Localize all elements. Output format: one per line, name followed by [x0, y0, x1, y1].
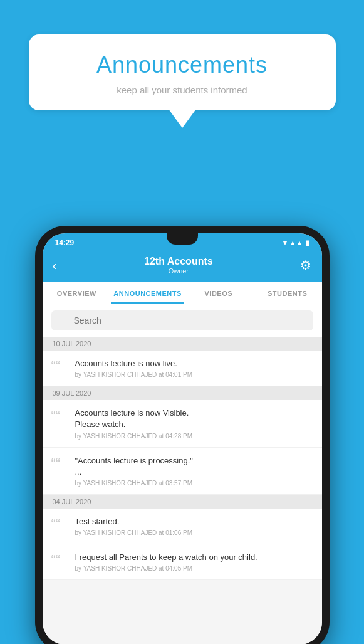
announcement-meta: by YASH KISHOR CHHAJED at 01:06 PM: [75, 529, 313, 536]
tab-students[interactable]: STUDENTS: [253, 282, 322, 304]
app-bar-title: 12th Accounts: [144, 256, 213, 267]
announcement-item: ““Test started.by YASH KISHOR CHHAJED at…: [43, 509, 322, 544]
search-container: 🔍: [43, 304, 322, 337]
app-bar-title-group: 12th Accounts Owner: [144, 256, 213, 275]
signal-icon: ▲▲: [289, 239, 303, 246]
tabs-bar: OVERVIEW ANNOUNCEMENTS VIDEOS STUDENTS: [43, 282, 322, 304]
tab-announcements[interactable]: ANNOUNCEMENTS: [111, 282, 184, 304]
announcement-content: "Accounts lecture is processing." ...by …: [75, 455, 313, 487]
date-header: 09 JUL 2020: [43, 386, 322, 400]
battery-icon: ▮: [306, 239, 309, 247]
back-button[interactable]: ‹: [53, 258, 57, 273]
settings-button[interactable]: ⚙: [300, 258, 311, 273]
tab-overview[interactable]: OVERVIEW: [43, 282, 112, 304]
announcement-content: Accounts lecture is now Visible. Please …: [75, 408, 313, 439]
app-bar-subtitle: Owner: [144, 267, 213, 275]
announcement-meta: by YASH KISHOR CHHAJED at 04:05 PM: [75, 565, 313, 572]
app-bar: ‹ 12th Accounts Owner ⚙: [43, 250, 322, 282]
announcement-content: Test started.by YASH KISHOR CHHAJED at 0…: [75, 516, 313, 536]
announcement-item: ““Accounts lecture is now live.by YASH K…: [43, 351, 322, 386]
announcement-meta: by YASH KISHOR CHHAJED at 04:01 PM: [75, 371, 313, 378]
announcement-text: I request all Parents to keep a watch on…: [75, 552, 313, 563]
announcement-item: ““Accounts lecture is now Visible. Pleas…: [43, 400, 322, 447]
status-time: 14:29: [55, 238, 75, 247]
announcement-bubble: Announcements keep all your students inf…: [29, 34, 336, 110]
search-wrapper: 🔍: [51, 310, 313, 330]
phone-mockup: 14:29 ▾ ▲▲ ▮ ‹ 12th Accounts Owner ⚙ OVE…: [35, 226, 330, 644]
wifi-icon: ▾: [283, 239, 287, 247]
announcement-content: I request all Parents to keep a watch on…: [75, 552, 313, 572]
search-input[interactable]: [51, 310, 313, 330]
announcement-meta: by YASH KISHOR CHHAJED at 03:57 PM: [75, 480, 313, 487]
status-icons: ▾ ▲▲ ▮: [283, 239, 309, 247]
announcement-text: Accounts lecture is now live.: [75, 358, 313, 369]
date-header: 10 JUL 2020: [43, 337, 322, 351]
status-bar: 14:29 ▾ ▲▲ ▮: [43, 233, 322, 250]
quote-icon: ““: [51, 553, 68, 567]
bubble-subtitle: keep all your students informed: [48, 85, 317, 95]
announcement-text: "Accounts lecture is processing." ...: [75, 455, 313, 478]
notch: [167, 233, 198, 245]
quote-icon: ““: [51, 409, 68, 423]
phone-screen: 14:29 ▾ ▲▲ ▮ ‹ 12th Accounts Owner ⚙ OVE…: [43, 233, 322, 644]
quote-icon: ““: [51, 359, 68, 373]
announcement-item: ““"Accounts lecture is processing." ...b…: [43, 448, 322, 495]
announcement-content: Accounts lecture is now live.by YASH KIS…: [75, 358, 313, 378]
announcement-text: Accounts lecture is now Visible. Please …: [75, 408, 313, 430]
announcement-item: ““I request all Parents to keep a watch …: [43, 544, 322, 580]
tab-videos[interactable]: VIDEOS: [184, 282, 253, 304]
announcement-text: Test started.: [75, 516, 313, 527]
quote-icon: ““: [51, 517, 68, 531]
bubble-title: Announcements: [48, 52, 317, 78]
content-area[interactable]: 10 JUL 2020““Accounts lecture is now liv…: [43, 337, 322, 644]
quote-icon: ““: [51, 457, 68, 470]
date-header: 04 JUL 2020: [43, 495, 322, 509]
announcement-meta: by YASH KISHOR CHHAJED at 04:28 PM: [75, 433, 313, 440]
